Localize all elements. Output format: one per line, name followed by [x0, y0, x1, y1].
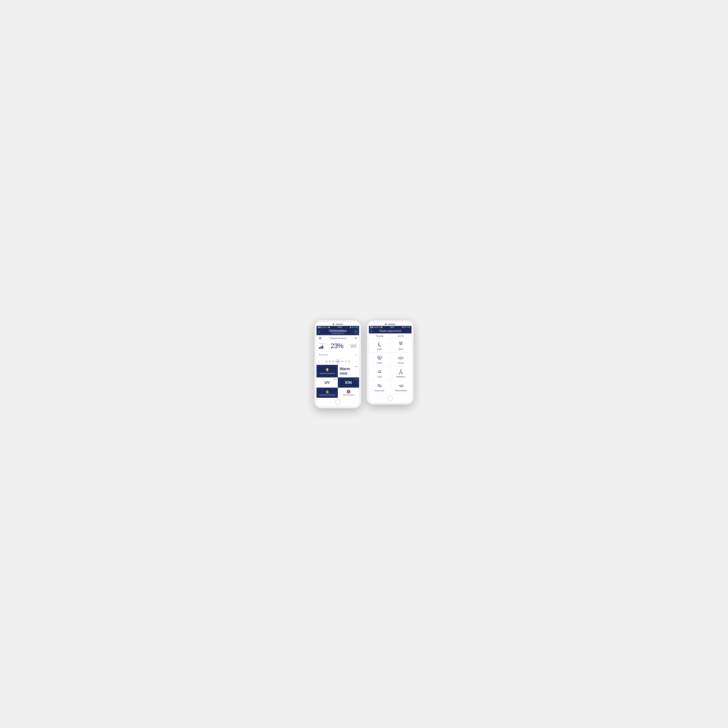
svg-point-1: [400, 343, 401, 343]
uv-label: UV: [324, 380, 330, 385]
chevron-right-icon: >: [355, 353, 357, 356]
phone1-help-button[interactable]: ?: [354, 330, 357, 333]
bar3: [322, 346, 323, 349]
warm-mist-status: Выкл: [355, 366, 358, 367]
phone2-home-button[interactable]: [388, 396, 393, 401]
warm-mist-cell[interactable]: Выкл Warm mist: [338, 365, 359, 378]
slider-right-arrow[interactable]: ›: [356, 360, 358, 363]
temp-section: Температура 24°C: [349, 344, 357, 348]
phones-container: ▌▌▌ MegaFon 📶 12:00 ⏰ 80 % 🔋 < YOGAhealt…: [315, 320, 413, 408]
bars-icon: [319, 345, 323, 349]
slider-left-arrow[interactable]: ‹: [317, 360, 319, 363]
bar1: [319, 347, 320, 349]
mode-text: Ручной: [319, 353, 327, 356]
bar2: [320, 346, 322, 349]
battery-icon: 🔋: [356, 326, 358, 328]
phone2-header-title: Режим подключения: [371, 330, 410, 332]
uv-status: Выкл: [333, 378, 336, 380]
phone2-inner: ▌▌▌ MegaFon 📶 12:01 ⏰ 80 % 🔋 < Режим под…: [369, 322, 411, 402]
phone2-camera-icon: [385, 324, 387, 325]
svg-point-2: [401, 343, 402, 343]
fitness-icon: [398, 355, 404, 361]
health-icon: [377, 355, 382, 361]
temp-label: Температура: [349, 344, 357, 345]
lock-label: Управление включено: [319, 394, 335, 396]
humidity-section: ⏻ Текущая влажность ⚙: [317, 335, 359, 341]
slider-active-val[interactable]: 60: [336, 359, 340, 364]
backlight-cell[interactable]: 💡 Подсветка включена: [317, 365, 338, 378]
phone1-app-title: YOGAhealthline: [318, 330, 357, 332]
phone2-carrier-name: MegaFon: [374, 326, 380, 328]
prana-manual-icon: [398, 383, 404, 388]
camera-icon: [333, 324, 334, 325]
status-right: ⏰ 80 % 🔋: [350, 326, 358, 328]
mode-item-fitness[interactable]: Fitness: [390, 353, 411, 367]
phone2-speaker-icon: [388, 324, 395, 325]
sound-icon: 🔇: [347, 390, 350, 393]
humidity-value: 23%: [331, 342, 343, 350]
phone1-home-btn-area: [317, 398, 359, 406]
mode-label-fitness: Fitness: [398, 362, 404, 364]
phone2-home-btn-area: [369, 394, 411, 402]
phone2-back-button[interactable]: <: [371, 329, 372, 333]
phone2-battery-text: 80 %: [404, 326, 408, 328]
mode-row[interactable]: Ручной >: [317, 352, 359, 358]
phone2-alarm-icon: ⏰: [402, 326, 404, 328]
slider-row: ‹ 45 50 55 60 65 70 75 ›: [317, 358, 359, 365]
mode-tabs: Ручной AUTO: [369, 333, 411, 339]
phone2-status-time: 12:01: [390, 326, 394, 328]
phone1-app-subtitle: увлааааажнитиль: [318, 332, 357, 334]
signal-icon: ▌▌▌: [318, 326, 321, 328]
lock-cell[interactable]: 🔒 Управление включено: [317, 388, 338, 398]
tab-auto[interactable]: AUTO: [390, 333, 411, 339]
prana-auto-icon: [377, 383, 382, 388]
phone2-battery-icon: 🔋: [408, 326, 410, 328]
phone2-status-left: ▌▌▌ MegaFon 📶: [370, 326, 382, 328]
humidity-title: Текущая влажность: [329, 337, 347, 339]
mode-label-prana-auto: Prana Auto: [375, 390, 384, 392]
mode-item-meditation[interactable]: Meditation: [390, 367, 411, 380]
uv-cell[interactable]: Выкл UV: [317, 378, 338, 388]
ion-label: ION: [345, 380, 352, 385]
slider-val-45: 45: [326, 361, 327, 362]
mode-item-health[interactable]: Health: [369, 353, 390, 367]
slider-val-70: 70: [345, 361, 347, 362]
svg-point-9: [400, 370, 401, 371]
data-section: Мощность 23% Температура 24°C: [317, 341, 359, 352]
sound-label: Звук выключен: [343, 394, 354, 396]
mode-item-yoga[interactable]: Yoga: [369, 367, 390, 380]
mode-label-baby: Baby: [399, 348, 403, 350]
temp-value: 24°C: [351, 345, 357, 348]
status-time: 12:00: [338, 326, 342, 328]
carrier-name: MegaFon: [321, 326, 327, 328]
ion-status: Вкл: [356, 378, 358, 380]
mode-item-night[interactable]: Night: [369, 339, 390, 353]
phone1-status-bar: ▌▌▌ MegaFon 📶 12:00 ⏰ 80 % 🔋: [317, 326, 359, 329]
slider-val-65: 65: [341, 361, 343, 362]
tab-manual[interactable]: Ручной: [369, 333, 390, 339]
mode-item-prana-manual[interactable]: Prana Manual: [390, 380, 411, 394]
battery-text: 80 %: [352, 326, 355, 328]
phone1-app-header: < YOGAhealthline увлааааажнитиль ?: [317, 329, 359, 335]
sound-cell[interactable]: 🔇 Звук выключен: [338, 388, 359, 398]
speaker-icon: [336, 324, 343, 325]
phone2-status-bar: ▌▌▌ MegaFon 📶 12:01 ⏰ 80 % 🔋: [369, 326, 411, 329]
phone2-wifi-icon: 📶: [381, 326, 382, 328]
ion-cell[interactable]: Вкл ION: [338, 378, 359, 388]
yoga-icon: [377, 369, 382, 375]
phone1-inner: ▌▌▌ MegaFon 📶 12:00 ⏰ 80 % 🔋 < YOGAhealt…: [317, 322, 359, 406]
mode-item-prana-auto[interactable]: Prana Auto: [369, 380, 390, 394]
power-icon[interactable]: ⏻: [319, 336, 321, 340]
mode-label-yoga: Yoga: [378, 376, 382, 378]
wifi-icon: 📶: [328, 326, 330, 328]
bulb-icon: 💡: [325, 368, 329, 372]
night-icon: [377, 341, 382, 347]
power-bars-section: Мощность: [319, 343, 325, 349]
controls-grid: 💡 Подсветка включена Выкл Warm mist Выкл…: [317, 365, 359, 388]
settings-icon[interactable]: ⚙: [355, 337, 357, 340]
home-button[interactable]: [335, 399, 340, 405]
phone2-signal-icon: ▌▌▌: [370, 326, 373, 328]
backlight-label: Подсветка включена: [320, 372, 335, 374]
mode-item-baby[interactable]: Baby: [390, 339, 411, 353]
mode-grid: Night Baby: [369, 339, 411, 394]
